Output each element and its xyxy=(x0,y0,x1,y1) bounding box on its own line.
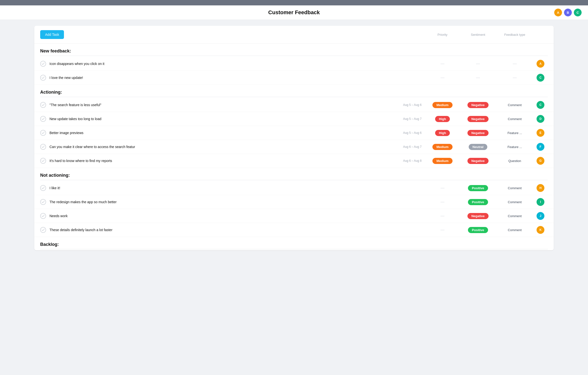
sentiment-badge: Positive xyxy=(468,199,488,205)
task-checkbox[interactable] xyxy=(40,75,46,81)
avatar: F xyxy=(537,143,544,151)
task-avatar: C xyxy=(533,74,548,82)
priority-dash: — xyxy=(441,62,444,66)
task-checkbox[interactable] xyxy=(40,227,46,233)
task-sentiment: Positive xyxy=(460,185,496,191)
task-avatar: J xyxy=(533,212,548,220)
task-name: I like it! xyxy=(49,186,401,190)
avatar: H xyxy=(537,184,544,192)
section-header-backlog: Backlog: xyxy=(34,237,554,249)
task-feedback-type: Comment xyxy=(496,186,533,190)
task-sentiment: Negative xyxy=(460,158,496,164)
sentiment-badge: Negative xyxy=(467,213,489,219)
priority-dash: — xyxy=(441,75,444,80)
task-priority: — xyxy=(425,214,460,218)
section-divider xyxy=(40,249,548,249)
task-row: Can you make it clear where to access th… xyxy=(34,140,554,154)
task-checkbox[interactable] xyxy=(40,199,46,205)
task-priority: — xyxy=(425,75,460,80)
task-name: The redesign makes the app so much bette… xyxy=(49,200,401,204)
sections-container: New feedback:Icon disappears when you cl… xyxy=(34,44,554,249)
task-priority: High xyxy=(425,116,460,122)
sentiment-badge: Negative xyxy=(467,158,489,164)
task-priority: Medium xyxy=(425,158,460,164)
task-checkbox[interactable] xyxy=(40,144,46,150)
priority-dash: — xyxy=(441,200,444,204)
toolbar: Add Task Priority Sentiment Feedback typ… xyxy=(34,26,554,44)
avatar: C xyxy=(537,101,544,109)
avatar-2[interactable]: B xyxy=(564,8,572,17)
avatar-1[interactable]: A xyxy=(554,8,563,17)
column-headers: Priority Sentiment Feedback type xyxy=(425,33,548,37)
task-checkbox[interactable] xyxy=(40,130,46,136)
task-checkbox[interactable] xyxy=(40,158,46,164)
task-checkbox[interactable] xyxy=(40,185,46,191)
avatar: E xyxy=(537,129,544,137)
task-row: I like it!—PositiveCommentH xyxy=(34,181,554,195)
task-name: I love the new update! xyxy=(49,76,401,80)
add-task-button[interactable]: Add Task xyxy=(40,30,64,39)
task-feedback-type: Comment xyxy=(496,103,533,107)
task-sentiment: Negative xyxy=(460,116,496,122)
task-avatar: G xyxy=(533,157,548,165)
task-row: "The search feature is less useful"Aug 5… xyxy=(34,98,554,112)
task-checkbox[interactable] xyxy=(40,116,46,122)
header: Customer Feedback A B C xyxy=(0,5,588,20)
section-title: Not actioning: xyxy=(40,173,70,178)
task-checkbox[interactable] xyxy=(40,61,46,67)
task-sentiment: Positive xyxy=(460,199,496,205)
sentiment-badge: Negative xyxy=(467,102,489,108)
sentiment-badge: Positive xyxy=(468,227,488,233)
sentiment-dash: — xyxy=(476,75,480,80)
priority-badge: Medium xyxy=(432,158,452,164)
task-avatar: I xyxy=(533,198,548,206)
page-title: Customer Feedback xyxy=(268,9,320,16)
task-priority: Medium xyxy=(425,144,460,150)
top-bar xyxy=(0,0,588,5)
task-avatar: E xyxy=(533,129,548,137)
task-date: Aug 5 – Aug 7 xyxy=(401,117,423,121)
sentiment-badge: Negative xyxy=(467,116,489,122)
feedback-type-dash: — xyxy=(513,75,517,80)
priority-badge: High xyxy=(435,116,450,122)
avatar: A xyxy=(537,60,544,68)
task-row: These details definitely launch a lot fa… xyxy=(34,223,554,237)
task-feedback-type: Feature ... xyxy=(496,131,533,135)
section-title: Backlog: xyxy=(40,242,59,247)
section-header-new-feedback: New feedback: xyxy=(34,44,554,56)
task-priority: — xyxy=(425,228,460,232)
task-sentiment: Neutral xyxy=(460,144,496,150)
task-priority: Medium xyxy=(425,102,460,108)
task-name: Can you make it clear where to access th… xyxy=(49,145,401,149)
task-name: It's hard to know where to find my repor… xyxy=(49,159,401,163)
task-avatar: D xyxy=(533,115,548,123)
task-sentiment: Positive xyxy=(460,227,496,233)
task-feedback-type: Question xyxy=(496,159,533,163)
col-header-sentiment: Sentiment xyxy=(460,33,496,37)
avatar: C xyxy=(537,74,544,82)
col-header-feedback-type: Feedback type xyxy=(496,33,533,37)
priority-dash: — xyxy=(441,214,444,218)
priority-badge: High xyxy=(435,130,450,136)
col-header-priority: Priority xyxy=(425,33,460,37)
task-date: Aug 5 – Aug 6 xyxy=(401,103,423,107)
sentiment-dash: — xyxy=(476,62,480,66)
task-sentiment: Negative xyxy=(460,130,496,136)
sentiment-badge: Neutral xyxy=(469,144,488,150)
priority-dash: — xyxy=(441,186,444,190)
section-header-not-actioning: Not actioning: xyxy=(34,168,554,180)
header-avatars: A B C xyxy=(554,8,582,17)
sentiment-badge: Negative xyxy=(467,130,489,136)
task-row: It's hard to know where to find my repor… xyxy=(34,154,554,168)
sentiment-badge: Positive xyxy=(468,185,488,191)
task-feedback-type: — xyxy=(496,62,533,66)
task-checkbox[interactable] xyxy=(40,102,46,108)
section-title: New feedback: xyxy=(40,49,71,54)
avatar-3[interactable]: C xyxy=(573,8,582,17)
task-name: Icon disappears when you click on it xyxy=(49,62,401,66)
task-feedback-type: — xyxy=(496,75,533,80)
task-row: Better image previewsAug 5 – Aug 6HighNe… xyxy=(34,126,554,140)
task-sentiment: — xyxy=(460,75,496,80)
task-checkbox[interactable] xyxy=(40,213,46,219)
section-title: Actioning: xyxy=(40,90,62,95)
